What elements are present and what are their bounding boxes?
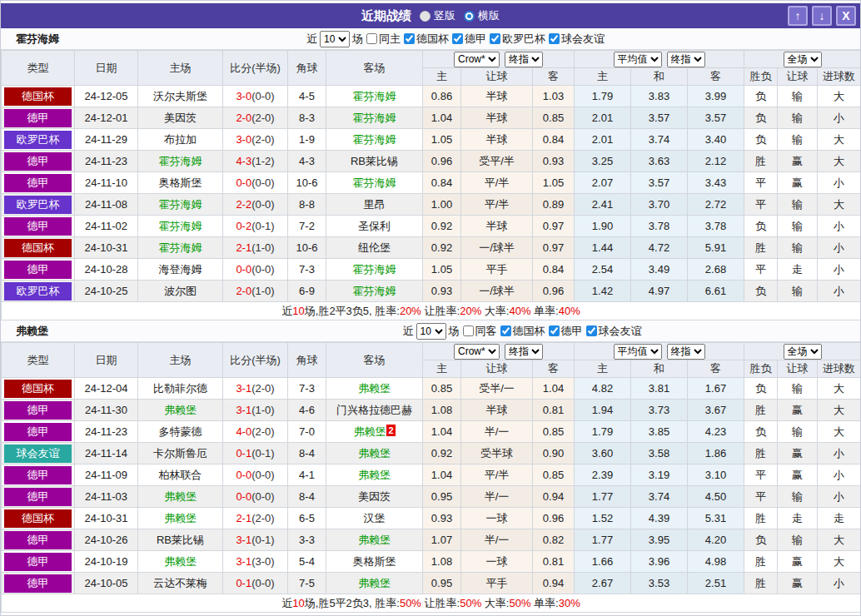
match-date: 24-10-25 xyxy=(75,281,138,302)
panel-title: 近期战绩 xyxy=(361,8,411,24)
ah-home-odds: 1.05 xyxy=(423,259,461,281)
competition-filter-2[interactable]: 欧罗巴杯 xyxy=(489,32,545,47)
euro-source-select[interactable]: 平均值 xyxy=(614,344,662,360)
half-time-score: (0-0) xyxy=(251,90,274,102)
scope-select[interactable]: 全场 xyxy=(784,52,822,67)
euro-phase-select[interactable]: 终指 xyxy=(667,52,705,67)
match-type-badge: 德甲 xyxy=(4,488,72,506)
ah-away-odds: 0.85 xyxy=(533,107,575,129)
competition-label: 球会友谊 xyxy=(561,32,605,47)
match-type-badge: 德甲 xyxy=(4,574,72,593)
same-venue-filter[interactable]: 同客 xyxy=(462,324,497,339)
full-time-score: 3-0 xyxy=(236,133,251,146)
column-header: 日期 xyxy=(75,343,138,378)
eu-away-odds: 4.20 xyxy=(688,529,744,551)
ah-away-odds: 1.04 xyxy=(533,378,575,400)
ah-home-odds: 1.07 xyxy=(423,529,461,551)
competition-checkbox[interactable] xyxy=(452,33,463,44)
scroll-up-button[interactable]: ↑ xyxy=(788,6,808,26)
result-handicap: 输 xyxy=(778,129,818,151)
handicap-phase-select[interactable]: 终指 xyxy=(505,52,543,67)
ah-away-odds: 0.84 xyxy=(533,129,575,151)
ah-away-odds: 0.97 xyxy=(533,237,575,259)
same-venue-label: 同客 xyxy=(475,324,497,339)
summary-segment: 10 xyxy=(292,597,304,609)
ah-home-odds: 1.08 xyxy=(423,551,461,573)
same-venue-filter[interactable]: 同主 xyxy=(366,32,401,47)
home-team-name: 比勒菲尔德 xyxy=(153,382,207,395)
competition-filter-1[interactable]: 德甲 xyxy=(548,324,583,339)
match-type-cell: 德国杯 xyxy=(2,508,75,529)
home-team-name: RB莱比锡 xyxy=(157,534,204,546)
ah-home-odds: 0.93 xyxy=(423,281,461,302)
handicap-source-select[interactable]: Crow* xyxy=(454,344,500,360)
same-venue-checkbox[interactable] xyxy=(366,33,377,44)
handicap-source-select[interactable]: Crow* xyxy=(454,52,500,67)
away-team-name: 弗赖堡 xyxy=(358,534,391,546)
match-date: 24-11-02 xyxy=(75,216,138,237)
euro-odds-header: 平均值终指 xyxy=(575,51,744,68)
layout-radio-vertical[interactable]: 竖版 xyxy=(420,8,455,23)
result-wdl: 胜 xyxy=(744,573,778,594)
match-score: 3-0(0-0) xyxy=(223,86,288,107)
eu-draw-odds: 3.74 xyxy=(631,486,688,508)
competition-checkbox[interactable] xyxy=(549,33,560,44)
recent-results-panel: 近期战绩 竖版 横版 ↑ ↓ X 霍芬海姆近10场同主德国杯德甲欧罗巴杯球会友谊… xyxy=(0,0,861,616)
competition-filter-2[interactable]: 球会友谊 xyxy=(585,324,642,339)
ah-line: 平/半 xyxy=(461,464,533,486)
eu-away-odds: 3.67 xyxy=(688,400,744,421)
team-name: 弗赖堡 xyxy=(16,324,48,339)
away-team: 弗赖堡 xyxy=(326,529,423,551)
scroll-down-button[interactable]: ↓ xyxy=(812,6,832,26)
close-button[interactable]: X xyxy=(836,6,856,26)
euro-source-select[interactable]: 平均值 xyxy=(614,52,662,67)
scope-select[interactable]: 全场 xyxy=(784,344,822,360)
match-type-cell: 德甲 xyxy=(2,216,75,237)
half-time-score: (1-0) xyxy=(251,285,274,297)
match-count-select[interactable]: 10 xyxy=(416,323,446,340)
match-count-select[interactable]: 10 xyxy=(320,31,350,47)
away-team: 霍芬海姆 xyxy=(326,107,423,129)
result-wdl: 胜 xyxy=(744,551,778,573)
titlebar: 近期战绩 竖版 横版 ↑ ↓ X xyxy=(1,3,860,28)
euro-phase-select[interactable]: 终指 xyxy=(667,344,705,360)
match-score: 2-1(2-0) xyxy=(223,508,288,529)
competition-checkbox[interactable] xyxy=(500,325,511,336)
ah-line: 半/一 xyxy=(461,529,533,551)
same-venue-checkbox[interactable] xyxy=(463,325,474,336)
ah-line: 受半球 xyxy=(461,443,533,464)
match-score: 0-0(0-0) xyxy=(223,486,288,508)
competition-filter-0[interactable]: 德国杯 xyxy=(500,324,545,339)
result-wdl: 负 xyxy=(744,107,778,129)
half-time-score: (0-1) xyxy=(251,534,274,546)
handicap-phase-select[interactable]: 终指 xyxy=(505,344,543,360)
layout-radio-horizontal[interactable]: 横版 xyxy=(464,8,500,23)
ah-line: 半/一 xyxy=(461,486,533,508)
result-wdl: 平 xyxy=(744,486,778,508)
away-team-name: 纽伦堡 xyxy=(358,241,391,254)
competition-filter-0[interactable]: 德国杯 xyxy=(403,32,449,47)
competition-filter-3[interactable]: 球会友谊 xyxy=(548,32,605,47)
ah-away-odds: 0.97 xyxy=(533,216,575,237)
competition-checkbox[interactable] xyxy=(404,33,415,44)
result-wdl: 负 xyxy=(744,216,778,237)
match-type-badge: 德甲 xyxy=(4,174,72,192)
competition-checkbox[interactable] xyxy=(586,325,597,336)
section-summary: 近10场,胜2平3负5, 胜率:20% 让胜率:20% 大率:40% 单率:40… xyxy=(2,302,861,320)
away-team: 美因茨 xyxy=(326,486,423,508)
ah-home-odds: 1.04 xyxy=(423,464,461,486)
home-team-name: 霍芬海姆 xyxy=(159,220,202,232)
competition-filter-1[interactable]: 德甲 xyxy=(451,32,486,47)
match-score: 4-3(1-2) xyxy=(223,151,288,172)
away-team: 门兴格拉德巴赫 xyxy=(326,400,423,421)
competition-label: 德国杯 xyxy=(513,324,545,339)
match-date: 24-11-09 xyxy=(75,464,138,486)
half-time-score: (3-0) xyxy=(251,555,274,568)
corner-count: 4-1 xyxy=(288,464,326,486)
result-wdl: 负 xyxy=(744,529,778,551)
eu-away-odds: 3.57 xyxy=(688,107,744,129)
competition-checkbox[interactable] xyxy=(490,33,500,44)
match-type-badge: 德甲 xyxy=(4,553,72,571)
competition-checkbox[interactable] xyxy=(549,325,560,336)
result-handicap: 赢 xyxy=(778,400,818,421)
